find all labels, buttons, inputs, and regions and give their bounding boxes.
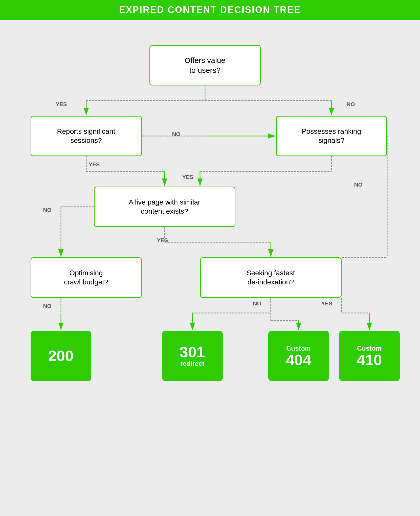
crawl-text: Optimisingcrawl budget?: [64, 268, 108, 287]
deindex-text: Seeking fastestde-indexation?: [247, 268, 295, 287]
diagram-container: YES NO NO YES YES NO YES NO NO NO YES Of…: [15, 30, 405, 510]
terminal-301-label: redirect: [180, 360, 204, 368]
label-yes-reports: YES: [89, 161, 100, 168]
label-yes-deindex: YES: [321, 300, 333, 307]
ranking-box: Possesses rankingsignals?: [276, 116, 387, 156]
live-page-text: A live page with similarcontent exists?: [129, 198, 200, 216]
reports-text: Reports significantsessions?: [57, 127, 115, 145]
diagram-area: YES NO NO YES YES NO YES NO NO NO YES Of…: [0, 20, 420, 516]
live-page-box: A live page with similarcontent exists?: [94, 187, 235, 227]
label-no-right: NO: [347, 101, 355, 108]
deindex-box: Seeking fastestde-indexation?: [200, 257, 342, 298]
page-title: EXPIRED CONTENT DECISION TREE: [0, 5, 420, 15]
label-yes-left: YES: [56, 101, 67, 108]
header: EXPIRED CONTENT DECISION TREE: [0, 0, 420, 20]
root-text: Offers valueto users?: [185, 55, 225, 75]
terminal-410-custom-label: Custom: [357, 345, 382, 352]
ranking-text: Possesses rankingsignals?: [302, 127, 361, 145]
label-yes-ranking: YES: [182, 174, 193, 181]
crawl-box: Optimisingcrawl budget?: [31, 257, 142, 298]
label-no-deindex: NO: [253, 300, 261, 307]
label-yes-live: YES: [157, 237, 168, 244]
terminal-410-number: 410: [357, 352, 382, 368]
terminal-301: 301 redirect: [162, 331, 223, 381]
reports-box: Reports significantsessions?: [31, 116, 142, 156]
terminal-200-number: 200: [48, 348, 73, 364]
terminal-301-number: 301: [180, 345, 205, 360]
label-no-crawl: NO: [43, 303, 52, 309]
terminal-404-custom-label: Custom: [286, 345, 311, 352]
label-no-live: NO: [43, 207, 52, 213]
root-box: Offers valueto users?: [149, 45, 261, 85]
terminal-404: Custom 404: [268, 331, 329, 381]
terminal-410: Custom 410: [339, 331, 400, 381]
label-no-ranking-right: NO: [354, 182, 363, 188]
terminal-404-number: 404: [286, 352, 311, 368]
label-no-middle: NO: [172, 131, 181, 138]
terminal-200: 200: [31, 331, 91, 381]
